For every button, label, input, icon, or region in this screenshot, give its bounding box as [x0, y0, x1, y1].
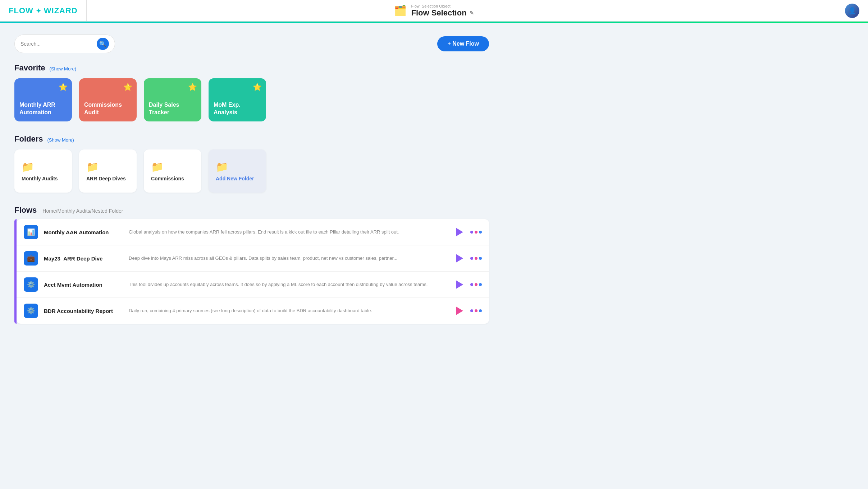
favorites-title: Favorite	[14, 63, 45, 73]
play-button[interactable]	[453, 304, 466, 317]
dot-icon	[470, 231, 473, 234]
flow-selection-icon: 🗂️	[394, 5, 407, 17]
folder-commissions[interactable]: 📁 Commissions	[144, 149, 201, 193]
fav-star-icon: ⭐	[188, 83, 197, 91]
main-content: 🔍 + New Flow Favorite (Show More) ⭐ Mont…	[0, 23, 503, 335]
dot-icon	[475, 309, 478, 312]
fav-card-monthly-arr[interactable]: ⭐ Monthly ARR Automation	[14, 78, 72, 121]
flow-icon-gear: ⚙️	[24, 277, 38, 292]
folders-section-header: Folders (Show More)	[14, 134, 489, 144]
flow-actions	[453, 304, 482, 317]
fav-card-daily-sales[interactable]: ⭐ Daily Sales Tracker	[144, 78, 201, 121]
flow-actions	[453, 226, 482, 239]
folder-name: Monthly Audits	[22, 176, 58, 181]
new-flow-button[interactable]: + New Flow	[437, 36, 489, 51]
fav-card-mom-exp[interactable]: ⭐ MoM Exp. Analysis	[209, 78, 266, 121]
dot-icon	[475, 257, 478, 260]
flow-item: 📊 Monthly AAR Automation Global analysis…	[17, 219, 489, 245]
fav-star-icon: ⭐	[123, 83, 132, 91]
flows-section-header: Flows Home/Monthly Audits/Nested Folder	[14, 206, 489, 215]
dot-icon	[470, 257, 473, 260]
flow-description: Daily run, combining 4 primary sources (…	[129, 307, 447, 314]
folder-icon: 📁	[86, 161, 99, 173]
avatar[interactable]: 👤	[845, 4, 859, 18]
folders-title: Folders	[14, 134, 43, 144]
play-button[interactable]	[453, 278, 466, 291]
add-new-folder-card[interactable]: 📁 Add New Folder	[209, 149, 266, 193]
favorites-show-more[interactable]: (Show More)	[50, 66, 76, 71]
folder-name: ARR Deep Dives	[86, 176, 126, 181]
flow-description: Global analysis on how the companies ARR…	[129, 229, 447, 236]
flows-wrapper: 📊 Monthly AAR Automation Global analysis…	[14, 219, 489, 324]
more-options-button[interactable]	[470, 309, 482, 312]
logo: FLOW ✦ WIZARD	[0, 0, 87, 21]
flows-list: 📊 Monthly AAR Automation Global analysis…	[17, 219, 489, 324]
flow-item: ⚙️ BDR Accountability Report Daily run, …	[17, 298, 489, 324]
fav-card-label: Daily Sales Tracker	[149, 101, 196, 116]
more-options-button[interactable]	[470, 231, 482, 234]
fav-card-label: Commissions Audit	[84, 101, 132, 116]
folder-name: Commissions	[151, 176, 184, 181]
add-folder-name: Add New Folder	[216, 176, 254, 181]
folder-arr-deep-dives[interactable]: 📁 ARR Deep Dives	[79, 149, 137, 193]
folder-icon: 📁	[151, 161, 164, 173]
fav-card-label: Monthly ARR Automation	[19, 101, 67, 116]
folder-icon: 📁	[22, 161, 34, 173]
dot-icon	[475, 231, 478, 234]
folder-monthly-audits[interactable]: 📁 Monthly Audits	[14, 149, 72, 193]
flow-icon-chart: 📊	[24, 225, 38, 239]
add-folder-icon: 📁	[216, 161, 228, 173]
flow-item: ⚙️ Acct Mvmt Automation This tool divide…	[17, 272, 489, 298]
flows-title: Flows	[14, 206, 37, 215]
flow-icon-gear: ⚙️	[24, 304, 38, 318]
flow-actions	[453, 278, 482, 291]
more-options-button[interactable]	[470, 257, 482, 260]
favorites-grid: ⭐ Monthly ARR Automation ⭐ Commissions A…	[14, 78, 489, 121]
dot-icon	[470, 283, 473, 286]
more-options-button[interactable]	[470, 283, 482, 286]
logo-lightning-icon: ✦	[36, 6, 42, 15]
play-button[interactable]	[453, 226, 466, 239]
search-button[interactable]: 🔍	[97, 38, 109, 50]
dot-icon	[475, 283, 478, 286]
flow-description: This tool divides up accounts equitably …	[129, 281, 447, 288]
flow-name: Monthly AAR Automation	[44, 229, 123, 235]
search-bar-container: 🔍 + New Flow	[14, 34, 489, 53]
flow-actions	[453, 252, 482, 265]
edit-title-icon[interactable]: ✎	[470, 10, 474, 16]
header-center: 🗂️ Flow_Selection Object Flow Selection …	[394, 4, 474, 18]
flow-icon-briefcase: 💼	[24, 251, 38, 266]
logo-flow-text: FLOW	[9, 6, 33, 15]
dot-icon	[479, 283, 482, 286]
flow-name: BDR Accountability Report	[44, 308, 123, 314]
flows-breadcrumb: Home/Monthly Audits/Nested Folder	[42, 208, 123, 214]
folders-grid: 📁 Monthly Audits 📁 ARR Deep Dives 📁 Comm…	[14, 149, 489, 193]
play-triangle-icon	[456, 306, 463, 315]
flow-name: May23_ARR Deep Dive	[44, 255, 123, 262]
search-input[interactable]	[20, 41, 94, 47]
flow-description: Deep dive into Mays ARR miss across all …	[129, 255, 447, 262]
play-triangle-icon	[456, 228, 463, 236]
header-title-group: Flow_Selection Object Flow Selection ✎	[411, 4, 474, 18]
play-button[interactable]	[453, 252, 466, 265]
folders-show-more[interactable]: (Show More)	[47, 137, 74, 143]
search-bar: 🔍	[14, 34, 115, 53]
play-triangle-icon	[456, 280, 463, 289]
header-subtitle: Flow_Selection Object	[411, 4, 474, 8]
header: FLOW ✦ WIZARD 🗂️ Flow_Selection Object F…	[0, 0, 868, 22]
fav-card-label: MoM Exp. Analysis	[214, 101, 261, 116]
dot-icon	[470, 309, 473, 312]
flow-name: Acct Mvmt Automation	[44, 282, 123, 288]
logo-wizard-text: WIZARD	[44, 6, 78, 15]
dot-icon	[479, 231, 482, 234]
fav-star-icon: ⭐	[253, 83, 262, 91]
header-title: Flow Selection ✎	[411, 8, 474, 18]
fav-card-commissions-audit[interactable]: ⭐ Commissions Audit	[79, 78, 137, 121]
flow-item: 💼 May23_ARR Deep Dive Deep dive into May…	[17, 245, 489, 272]
fav-star-icon: ⭐	[59, 83, 68, 91]
dot-icon	[479, 309, 482, 312]
play-triangle-icon	[456, 254, 463, 263]
dot-icon	[479, 257, 482, 260]
favorites-section-header: Favorite (Show More)	[14, 63, 489, 73]
